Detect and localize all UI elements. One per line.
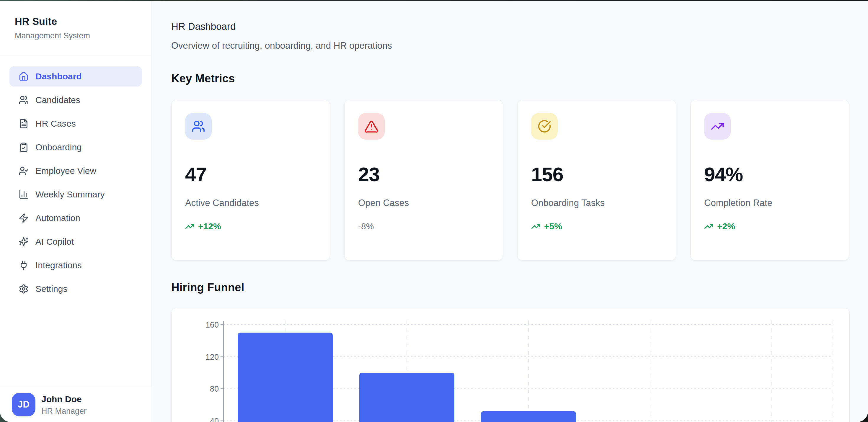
metric-card-completion-rate: 94% Completion Rate +2% [690, 100, 849, 261]
sidebar-item-dashboard[interactable]: Dashboard [9, 66, 142, 87]
sidebar-header: HR Suite Management System [0, 1, 151, 55]
metric-label: Completion Rate [704, 198, 835, 208]
sidebar-item-label: HR Cases [35, 119, 76, 129]
hiring-funnel-chart: 4080120160 [172, 308, 849, 422]
user-name: John Doe [41, 394, 82, 404]
metric-value: 94% [704, 164, 835, 184]
user-check-icon [18, 166, 29, 176]
trending-up-icon [704, 222, 714, 231]
funnel-bar[interactable] [238, 333, 333, 422]
trending-up-icon [185, 222, 194, 231]
sidebar-item-label: Integrations [35, 260, 82, 270]
metric-value: 23 [358, 164, 489, 184]
metric-trend: +2% [704, 221, 835, 231]
page-subtitle: Overview of recruiting, onboarding, and … [171, 40, 392, 51]
sidebar-item-label: Candidates [35, 95, 80, 105]
hr-suite-window: HR Suite Management System Dashboard Can… [0, 1, 868, 422]
sidebar-item-label: Automation [35, 213, 80, 223]
metric-value: 156 [531, 164, 662, 184]
alert-triangle-icon [358, 113, 385, 139]
hiring-funnel-heading: Hiring Funnel [171, 281, 244, 294]
svg-text:120: 120 [206, 353, 219, 361]
sidebar-item-ai-copilot[interactable]: AI Copilot [9, 232, 142, 252]
sidebar-item-label: AI Copilot [35, 237, 74, 247]
funnel-bar[interactable] [359, 373, 454, 422]
app-subtitle: Management System [15, 31, 151, 40]
clipboard-check-icon [18, 142, 29, 153]
svg-text:160: 160 [206, 321, 219, 329]
sidebar-item-integrations[interactable]: Integrations [9, 255, 142, 275]
plug-icon [18, 260, 29, 270]
sparkles-icon [18, 236, 29, 247]
sidebar-nav: Dashboard Candidates HR Cases [0, 55, 151, 299]
sidebar-item-label: Weekly Summary [35, 190, 105, 199]
sidebar-item-automation[interactable]: Automation [9, 208, 142, 228]
trending-up-icon [704, 113, 731, 139]
circle-check-icon [531, 113, 558, 139]
metric-value: 47 [185, 164, 316, 184]
sidebar-item-label: Employee View [35, 166, 96, 176]
metric-card-active-candidates: 47 Active Candidates +12% [171, 100, 330, 261]
metric-trend: +5% [531, 221, 662, 231]
metric-label: Open Cases [358, 198, 489, 208]
sidebar-item-weekly-summary[interactable]: Weekly Summary [9, 185, 142, 204]
trending-up-icon [531, 222, 540, 231]
metric-trend: +12% [185, 221, 316, 231]
page-title: HR Dashboard [171, 21, 236, 32]
user-role: HR Manager [41, 407, 87, 416]
metric-label: Onboarding Tasks [531, 198, 662, 208]
users-icon [185, 113, 212, 139]
sidebar-item-settings[interactable]: Settings [9, 279, 142, 299]
sidebar-item-hr-cases[interactable]: HR Cases [9, 113, 142, 134]
metric-trend: -8% [358, 221, 489, 231]
metric-label: Active Candidates [185, 198, 316, 208]
gear-icon [18, 284, 29, 294]
avatar: JD [12, 393, 35, 416]
zap-icon [18, 213, 29, 223]
users-icon [18, 95, 29, 105]
app-title: HR Suite [15, 15, 151, 27]
metric-card-onboarding-tasks: 156 Onboarding Tasks +5% [517, 100, 676, 261]
sidebar-item-candidates[interactable]: Candidates [9, 90, 142, 110]
sidebar-item-label: Dashboard [35, 71, 82, 82]
funnel-bar[interactable] [481, 411, 576, 422]
sidebar-item-employee-view[interactable]: Employee View [9, 161, 142, 181]
sidebar: HR Suite Management System Dashboard Can… [0, 1, 151, 422]
file-text-icon [18, 118, 29, 129]
desktop-background: HR Suite Management System Dashboard Can… [0, 0, 868, 422]
key-metrics-heading: Key Metrics [171, 72, 235, 85]
home-icon [18, 71, 29, 82]
svg-text:40: 40 [210, 417, 219, 422]
sidebar-item-onboarding[interactable]: Onboarding [9, 137, 142, 157]
hiring-funnel-card: 4080120160 [171, 308, 850, 422]
svg-text:80: 80 [210, 385, 219, 393]
user-profile[interactable]: JD John Doe HR Manager [0, 387, 151, 422]
bar-chart-icon [18, 189, 29, 200]
sidebar-item-label: Settings [35, 284, 67, 294]
metric-cards-row: 47 Active Candidates +12% 23 Open Cases … [171, 100, 849, 261]
sidebar-item-label: Onboarding [35, 142, 82, 152]
metric-card-open-cases: 23 Open Cases -8% [344, 100, 503, 261]
